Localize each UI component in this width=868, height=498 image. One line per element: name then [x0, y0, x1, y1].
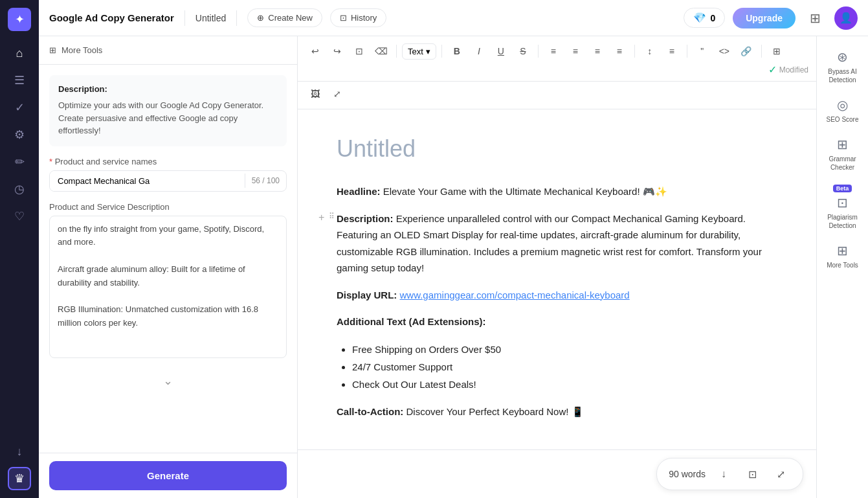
header-doc-name[interactable]: Untitled — [195, 13, 226, 23]
cta-label: Call-to-Action: — [337, 406, 403, 417]
layout-button[interactable]: ⊞ — [767, 41, 786, 61]
table-button[interactable]: ⊡ — [350, 41, 369, 61]
sidebar-item-check[interactable]: ✓ — [8, 96, 31, 119]
sidebar-item-download[interactable]: ↓ — [8, 440, 31, 463]
word-count: 90 words — [669, 469, 706, 479]
gem-icon: 💎 — [693, 12, 706, 24]
text-format-select[interactable]: Text ▾ — [402, 43, 436, 60]
blockquote-button[interactable]: " — [693, 41, 712, 61]
italic-button[interactable]: I — [469, 41, 489, 61]
plus-icon: ⊕ — [257, 13, 264, 23]
sidebar-item-docs[interactable]: ☰ — [8, 69, 31, 92]
header-title: Google Ad Copy Generator — [49, 12, 174, 23]
code-button[interactable]: <> — [715, 41, 734, 61]
more-tools-label: More Tools — [61, 45, 102, 55]
drag-handle[interactable]: ⠿ — [329, 212, 335, 221]
line-height-button[interactable]: ↕ — [640, 41, 660, 61]
add-paragraph-btn[interactable]: + — [318, 212, 324, 223]
product-names-input-wrapper: 56 / 100 — [49, 170, 287, 192]
bold-button[interactable]: B — [447, 41, 467, 61]
sidebar-item-history[interactable]: ◷ — [8, 177, 31, 201]
description-text: Experience unparalleled control with our… — [337, 213, 762, 274]
bypass-tool[interactable]: ⊛ Bypass AI Detection — [820, 44, 865, 89]
sidebar-item-crown[interactable]: ♛ — [8, 467, 31, 490]
toolbar-divider2 — [441, 45, 442, 58]
sidebar-item-home[interactable]: ⌂ — [8, 41, 31, 65]
headline-text: Elevate Your Game with the Ultimate Mech… — [383, 186, 667, 197]
toolbar-divider5 — [687, 45, 687, 58]
right-panel: ⊛ Bypass AI Detection ◎ SEO Score ⊞ Gram… — [816, 36, 868, 498]
seo-tool[interactable]: ◎ SEO Score — [820, 92, 865, 129]
product-desc-textarea[interactable]: on the fly info straight from your game,… — [49, 216, 287, 358]
scroll-more-indicator[interactable]: ⌄ — [49, 368, 287, 393]
export-icon-btn[interactable]: ⤢ — [770, 464, 791, 484]
sidebar-bottom: ↓ ♛ — [8, 440, 31, 490]
more-tools-tool[interactable]: ⊞ More Tools — [820, 238, 865, 275]
modified-status: Modified — [779, 65, 808, 74]
strikethrough-button[interactable]: S — [513, 41, 533, 61]
cta-paragraph: Call-to-Action: Discover Your Perfect Ke… — [337, 403, 777, 420]
cta-text: Discover Your Perfect Keyboard Now! 📱 — [406, 406, 584, 417]
description-text: Optimize your ads with our Google Ad Cop… — [58, 99, 278, 137]
expand-button[interactable]: ⤢ — [328, 84, 347, 104]
history-icon: ⊡ — [340, 13, 347, 23]
editor-status-area: ✓ Modified — [768, 63, 808, 76]
editor-toolbar: ↩ ↪ ⊡ ⌫ Text ▾ B I U S ≡ ≡ ≡ ≡ — [298, 36, 816, 82]
download-icon-btn[interactable]: ↓ — [713, 464, 734, 484]
sidebar-item-pen[interactable]: ✏ — [8, 150, 31, 174]
more-tools-header[interactable]: ⊞ More Tools — [39, 36, 297, 65]
text-format-label: Text — [408, 47, 423, 56]
apps-icon[interactable]: ⊞ — [803, 6, 827, 30]
plagiarism-tool[interactable]: Beta ⊡ Plagiarism Detection — [820, 179, 865, 235]
ordered-list-button[interactable]: ≡ — [610, 41, 629, 61]
copy-icon-btn[interactable]: ⊡ — [742, 464, 762, 484]
display-url[interactable]: www.gaminggear.com/compact-mechanical-ke… — [400, 289, 630, 300]
product-names-group: * Product and service names 56 / 100 — [49, 157, 287, 192]
product-names-label: * Product and service names — [49, 157, 287, 166]
redo-button[interactable]: ↪ — [328, 41, 347, 61]
toolbar-divider6 — [761, 45, 762, 58]
user-avatar[interactable]: 👤 — [834, 6, 858, 30]
extension-item-2: 24/7 Customer Support — [352, 358, 777, 376]
product-names-count: 56 / 100 — [245, 174, 286, 188]
alignment-button[interactable]: ≡ — [662, 41, 682, 61]
undo-button[interactable]: ↩ — [306, 41, 325, 61]
description-label: Description: — [337, 213, 394, 224]
product-desc-group: Product and Service Description on the f… — [49, 202, 287, 358]
url-paragraph: Display URL: www.gaminggear.com/compact-… — [337, 287, 777, 304]
header-divider — [184, 10, 185, 26]
grammar-label: Grammar Checker — [823, 155, 863, 172]
main-wrapper: Google Ad Copy Generator Untitled ⊕ Crea… — [39, 0, 868, 498]
sidebar-logo[interactable]: ✦ — [8, 8, 31, 31]
underline-button[interactable]: U — [491, 41, 511, 61]
content-area: ⊞ More Tools Description: Optimize your … — [39, 36, 868, 498]
history-label: History — [351, 13, 377, 23]
history-button[interactable]: ⊡ History — [330, 8, 386, 27]
sidebar-item-heart[interactable]: ♡ — [8, 205, 31, 228]
image-button[interactable]: 🖼 — [306, 84, 325, 104]
editor-content[interactable]: Untitled Headline: Elevate Your Game wit… — [298, 109, 816, 449]
grid-icon: ⊞ — [49, 45, 56, 55]
toolbar-divider3 — [538, 45, 539, 58]
description-box: Description: Optimize your ads with our … — [49, 75, 287, 146]
left-panel-footer: Generate — [39, 453, 297, 498]
doc-title[interactable]: Untitled — [337, 135, 777, 163]
link-button[interactable]: 🔗 — [737, 41, 756, 61]
align-left-button[interactable]: ≡ — [544, 41, 563, 61]
grammar-tool[interactable]: ⊞ Grammar Checker — [820, 131, 865, 177]
list-button[interactable]: ≡ — [588, 41, 607, 61]
grammar-icon: ⊞ — [837, 137, 848, 152]
generate-button[interactable]: Generate — [49, 461, 287, 490]
beta-badge: Beta — [833, 185, 852, 192]
upgrade-button[interactable]: Upgrade — [733, 8, 796, 28]
doc-body: Headline: Elevate Your Game with the Ult… — [337, 183, 777, 420]
create-new-button[interactable]: ⊕ Create New — [247, 8, 322, 27]
clear-button[interactable]: ⌫ — [372, 41, 391, 61]
toolbar-divider1 — [396, 45, 397, 58]
sidebar-item-settings[interactable]: ⚙ — [8, 123, 31, 146]
product-names-input[interactable] — [50, 171, 245, 191]
bypass-label: Bypass AI Detection — [823, 67, 863, 84]
headline-label: Headline: — [337, 186, 381, 197]
headline-paragraph: Headline: Elevate Your Game with the Ult… — [337, 183, 777, 200]
align-center-button[interactable]: ≡ — [566, 41, 585, 61]
